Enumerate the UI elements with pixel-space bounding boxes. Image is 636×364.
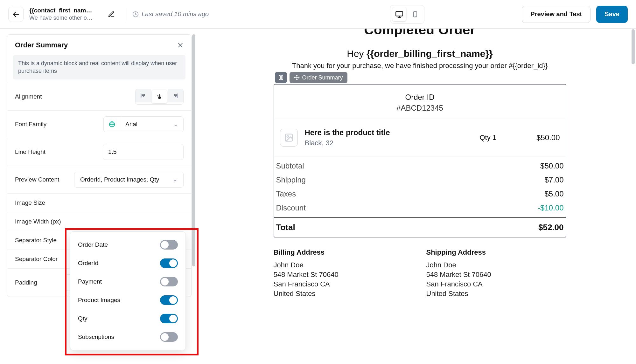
image-size-label: Image Size	[15, 199, 45, 206]
line-height-label: Line Height	[15, 148, 45, 155]
page-heading: Completed Order	[274, 29, 566, 38]
align-right-button[interactable]	[168, 89, 183, 102]
dropdown-item-label: OrderId	[78, 260, 98, 267]
shipping-label: Shipping	[276, 175, 306, 184]
last-saved-text: Last saved 10 mins ago	[142, 10, 209, 18]
greeting-prefix: Hey	[347, 48, 367, 59]
preview-content-dropdown: Order Date OrderId Payment Product Image…	[70, 231, 186, 350]
dropdown-item-label: Product Images	[78, 297, 120, 304]
preview-content-select[interactable]: OrderId, Product Images, Qty ⌄	[74, 172, 184, 188]
toggle-orderid[interactable]	[160, 258, 178, 268]
globe-icon	[108, 121, 115, 128]
dropdown-item-order-date[interactable]: Order Date	[73, 236, 183, 254]
billing-country: United States	[274, 290, 414, 298]
panel-scrollbar[interactable]	[192, 34, 195, 266]
edit-title-button[interactable]	[105, 8, 118, 21]
dropdown-item-qty[interactable]: Qty	[73, 309, 183, 328]
svg-rect-17	[175, 96, 177, 97]
toggle-payment[interactable]	[160, 277, 178, 286]
total-amount: $52.00	[538, 223, 564, 232]
separator-style-label: Separator Style	[15, 237, 57, 244]
align-left-button[interactable]	[136, 89, 151, 102]
align-center-button[interactable]	[152, 90, 167, 103]
alignment-label: Alignment	[15, 93, 42, 100]
dropdown-item-label: Qty	[78, 315, 87, 322]
order-id-value: #ABCD12345	[274, 104, 566, 113]
toggle-order-date[interactable]	[160, 240, 178, 250]
canvas-scrollbar[interactable]	[632, 29, 635, 64]
dropdown-item-subscriptions[interactable]: Subscriptions	[73, 328, 183, 346]
document-subtitle: We have some other o…	[29, 15, 99, 21]
subtotal-amount: $50.00	[540, 161, 563, 170]
subtotal-label: Subtotal	[276, 161, 304, 170]
product-price: $50.00	[525, 133, 560, 142]
image-width-label: Image Width (px)	[15, 218, 61, 225]
dropdown-item-orderid[interactable]: OrderId	[73, 254, 183, 272]
address-section: Billing Address John Doe 548 Market St 7…	[274, 248, 566, 299]
font-family-select[interactable]: Arial ⌄	[120, 116, 184, 132]
arrow-left-icon	[12, 10, 20, 18]
toggle-subscriptions[interactable]	[160, 332, 178, 342]
panel-close-button[interactable]	[177, 42, 184, 48]
separator-color-label: Separator Color	[15, 256, 58, 263]
block-columns-button[interactable]	[275, 72, 287, 83]
preview-test-button[interactable]: Preview and Test	[522, 6, 591, 23]
divider	[125, 7, 125, 22]
order-summary-block[interactable]: Order ID #ABCD12345 Here is the product …	[274, 84, 566, 237]
move-icon	[294, 75, 300, 80]
svg-rect-10	[142, 94, 144, 95]
billing-name: John Doe	[274, 261, 414, 269]
device-mobile-button[interactable]	[408, 7, 422, 21]
shipping-city: San Francisco CA	[426, 280, 566, 288]
font-origin-button[interactable]	[103, 116, 120, 132]
align-left-icon	[140, 93, 146, 99]
order-id-label: Order ID	[274, 93, 566, 102]
shipping-street: 548 Market St 70640	[426, 271, 566, 279]
document-title-block: {{contact_first_nam… We have some other …	[29, 7, 99, 21]
save-button[interactable]: Save	[596, 6, 628, 23]
columns-icon	[278, 75, 284, 80]
chevron-down-icon: ⌄	[172, 176, 178, 183]
total-label: Total	[276, 223, 295, 232]
padding-label: Padding	[15, 279, 37, 286]
svg-rect-2	[396, 11, 403, 16]
panel-title: Order Summary	[15, 41, 68, 49]
shipping-country: United States	[426, 290, 566, 298]
preview-canvas: Completed Order Hey {{order_billing_firs…	[204, 29, 636, 364]
svg-rect-23	[281, 76, 283, 79]
toggle-qty[interactable]	[160, 314, 178, 323]
svg-rect-22	[279, 76, 281, 79]
close-icon	[177, 42, 184, 48]
block-move-handle[interactable]: Order Summary	[290, 72, 347, 83]
device-desktop-button[interactable]	[392, 7, 406, 21]
svg-rect-11	[142, 96, 143, 97]
pencil-icon	[108, 11, 115, 18]
dropdown-item-payment[interactable]: Payment	[73, 272, 183, 291]
dropdown-item-product-images[interactable]: Product Images	[73, 291, 183, 309]
billing-heading: Billing Address	[274, 248, 414, 257]
device-toggle	[390, 5, 424, 24]
alignment-group	[135, 89, 184, 105]
billing-address: Billing Address John Doe 548 Market St 7…	[274, 248, 414, 299]
product-variant: Black, 32	[305, 139, 473, 147]
back-button[interactable]	[8, 7, 24, 22]
line-height-field[interactable]	[108, 148, 178, 155]
svg-point-25	[287, 136, 288, 137]
product-title: Here is the product title	[305, 128, 473, 137]
taxes-label: Taxes	[276, 189, 296, 198]
line-height-input[interactable]	[103, 144, 184, 160]
last-saved: Last saved 10 mins ago	[132, 10, 209, 18]
billing-street: 548 Market St 70640	[274, 271, 414, 279]
billing-city: San Francisco CA	[274, 280, 414, 288]
discount-amount: -$10.00	[538, 203, 563, 212]
greeting-name: {{order_billing_first_name}}	[367, 48, 493, 59]
settings-panel-wrap: Order Summary This is a dynamic block an…	[0, 29, 204, 364]
toggle-product-images[interactable]	[160, 295, 178, 305]
shipping-heading: Shipping Address	[426, 248, 566, 257]
font-family-label: Font Family	[15, 121, 46, 128]
desktop-icon	[395, 10, 403, 18]
discount-label: Discount	[276, 203, 306, 212]
svg-rect-16	[174, 94, 177, 95]
greeting: Hey {{order_billing_first_name}}	[274, 48, 566, 59]
taxes-amount: $5.00	[544, 189, 563, 198]
